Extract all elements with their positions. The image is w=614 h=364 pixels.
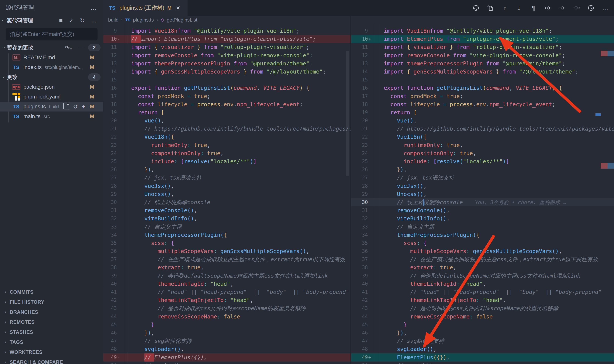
diff-line-right-47[interactable]: 47 // svg组件化支持 <box>351 337 614 345</box>
diff-line-right-43[interactable]: 43 // 是否对抽取的css文件内对应scopeName的权重类名移除 <box>351 304 614 312</box>
diff-line-left-45[interactable]: 45 } <box>103 321 351 329</box>
line-gutter[interactable]: 17 <box>103 92 131 100</box>
diff-line-left-11[interactable]: 11import { visualizer } from "rollup-plu… <box>103 43 351 51</box>
diff-line-left-29[interactable]: 29 Unocss(), <box>103 190 351 198</box>
line-gutter[interactable]: 41 <box>103 288 131 296</box>
sidebar-section-remotes[interactable]: ›REMOTES <box>0 317 103 327</box>
diff-line-left-14[interactable]: 14import { genScssMultipleScopeVars } fr… <box>103 68 351 76</box>
line-gutter[interactable]: 38 <box>103 263 131 272</box>
breadcrumb-file[interactable]: plugins.ts <box>133 17 154 23</box>
diff-line-left-37[interactable]: 37 // 在生产模式是否抽取独立的主题css文件，extract为true以下… <box>103 255 351 263</box>
breadcrumb-folder[interactable]: build <box>108 17 118 23</box>
line-gutter[interactable]: 44 <box>103 312 131 321</box>
diff-line-right-16[interactable]: 16export function getPluginsList(command… <box>351 84 614 92</box>
line-gutter[interactable]: 44 <box>351 312 384 321</box>
diff-line-left-30[interactable]: 30 // 线上环境删除console <box>103 198 351 206</box>
diff-line-right-46[interactable]: 46 }), <box>351 329 614 337</box>
line-gutter[interactable]: 20 <box>103 117 131 125</box>
diff-line-left-31[interactable]: 31 removeConsole(), <box>103 206 351 215</box>
diff-line-right-21[interactable]: 21 // https://github.com/intlify/bundle-… <box>351 125 614 133</box>
diff-line-right-10[interactable]: 10+import ElementPlus from "unplugin-ele… <box>351 35 614 43</box>
diff-line-left-35[interactable]: 35 scss: { <box>103 239 351 247</box>
diff-line-left-33[interactable]: 33 // 自定义主题 <box>103 223 351 231</box>
diff-line-right-12[interactable]: 12import removeConsole from "vite-plugin… <box>351 52 614 60</box>
line-gutter[interactable]: 30 <box>103 198 131 206</box>
line-gutter[interactable]: 34 <box>103 231 131 239</box>
line-gutter[interactable]: 33 <box>103 223 131 231</box>
sidebar-section-file-history[interactable]: ›FILE HISTORY <box>0 297 103 307</box>
line-gutter[interactable]: 12 <box>103 52 131 60</box>
sidebar-section-branches[interactable]: ›BRANCHES <box>0 307 103 317</box>
view-more-icon[interactable]: … <box>90 4 97 11</box>
line-gutter[interactable]: 22 <box>103 133 131 141</box>
line-gutter[interactable]: 50 <box>351 362 384 364</box>
diff-line-left-16[interactable]: 16export function getPluginsList(command… <box>103 84 351 92</box>
diff-line-left-25[interactable]: 25 include: [resolve("locales/**")] <box>103 157 351 166</box>
line-gutter[interactable]: 31 <box>103 206 131 215</box>
commit-check-icon[interactable]: ✓ <box>69 17 74 24</box>
line-gutter[interactable]: 14 <box>351 68 384 76</box>
diff-line-right-35[interactable]: 35 scss: { <box>351 239 614 247</box>
diff-line-right-18[interactable]: 18 const lifecycle = process.env.npm_lif… <box>351 100 614 108</box>
line-gutter[interactable]: 42 <box>351 296 384 304</box>
line-gutter[interactable]: 37 <box>103 255 131 263</box>
line-gutter[interactable]: 27 <box>351 174 384 182</box>
diff-line-left-34[interactable]: 34 themePreprocessorPlugin({ <box>103 231 351 239</box>
line-gutter[interactable]: 11 <box>103 43 131 51</box>
line-gutter[interactable]: 14 <box>103 68 131 76</box>
line-gutter[interactable]: 47 <box>351 337 384 345</box>
line-gutter[interactable]: 21 <box>103 125 131 133</box>
refresh-icon[interactable]: ↻ <box>80 17 85 24</box>
line-gutter[interactable]: 46 <box>351 329 384 337</box>
open-changes-with-next-icon[interactable] <box>573 4 580 12</box>
line-gutter[interactable]: 43 <box>351 304 384 312</box>
diff-line-right-39[interactable]: 39 // 会选取defaultScopeName对应的主题css文件在html… <box>351 272 614 280</box>
open-file-icon[interactable] <box>63 103 69 111</box>
diff-line-left-36[interactable]: 36 multipleScopeVars: genScssMultipleSco… <box>103 247 351 255</box>
diff-line-right-48[interactable]: 48 svgLoader(), <box>351 345 614 353</box>
diff-line-right-15[interactable]: 15 <box>351 76 614 84</box>
line-gutter[interactable]: 29 <box>351 190 384 198</box>
diff-line-left-18[interactable]: 18 const lifecycle = process.env.npm_lif… <box>103 100 351 108</box>
diff-line-right-50[interactable]: 50 // mock支持 <box>351 362 614 364</box>
line-gutter[interactable]: 9 <box>351 27 384 35</box>
scm-file-row-plugins.ts[interactable]: TSplugins.tsbuild↺+M <box>0 102 103 112</box>
line-gutter[interactable]: 30 <box>351 198 384 206</box>
line-gutter[interactable]: 20 <box>351 117 384 125</box>
line-gutter[interactable]: 32 <box>103 215 131 223</box>
whitespace-icon[interactable]: ¶ <box>530 4 537 12</box>
diff-line-right-32[interactable]: 32 viteBuildInfo(), <box>351 215 614 223</box>
line-gutter[interactable]: 10- <box>103 35 131 43</box>
scm-file-row-main.ts[interactable]: TSmain.tssrcM <box>0 112 103 121</box>
tab-plugins-ts-worktree[interactable]: TS plugins.ts (工作树) M × <box>103 0 187 16</box>
palette-icon[interactable] <box>472 4 480 12</box>
diff-line-right-49[interactable]: 49+ ElementPlus({}), <box>351 353 614 362</box>
line-gutter[interactable]: 45 <box>351 321 384 329</box>
line-gutter[interactable]: 50 <box>103 362 131 364</box>
line-gutter[interactable]: 13 <box>103 60 131 68</box>
line-gutter[interactable]: 12 <box>351 52 384 60</box>
line-gutter[interactable]: 9 <box>103 27 131 35</box>
line-gutter[interactable]: 26 <box>103 166 131 174</box>
diff-line-left-47[interactable]: 47 // svg组件化支持 <box>103 337 351 345</box>
scm-group-header[interactable]: ›更改4 <box>0 72 103 82</box>
scm-file-row-README.md[interactable]: M↓README.mdM <box>0 52 103 62</box>
sidebar-section-worktrees[interactable]: ›WORKTREES <box>0 347 103 357</box>
line-gutter[interactable]: 17 <box>351 92 384 100</box>
line-gutter[interactable]: 15 <box>351 76 384 84</box>
line-gutter[interactable]: 33 <box>351 223 384 231</box>
diff-line-left-50[interactable]: 50 // mock支持 <box>103 362 351 364</box>
line-gutter[interactable]: 42 <box>103 296 131 304</box>
diff-line-right-37[interactable]: 37 // 在生产模式是否抽取独立的主题css文件，extract为true以下… <box>351 255 614 263</box>
diff-line-right-19[interactable]: 19 return [ <box>351 108 614 117</box>
line-gutter[interactable]: 47 <box>103 337 131 345</box>
line-gutter[interactable]: 24 <box>103 149 131 157</box>
diff-line-left-40[interactable]: 40 themeLinkTagId: "head", <box>103 280 351 288</box>
diff-line-left-15[interactable]: 15 <box>103 76 351 84</box>
line-gutter[interactable]: 13 <box>351 60 384 68</box>
diff-line-left-21[interactable]: 21 // https://github.com/intlify/bundle-… <box>103 125 351 133</box>
open-changes-base-icon[interactable] <box>558 4 566 12</box>
line-gutter[interactable]: 35 <box>103 239 131 247</box>
sidebar-section-tags[interactable]: ›TAGS <box>0 337 103 347</box>
diff-pane-modified[interactable]: 9import VueI18nfrom "@intlify/vite-plugi… <box>351 24 614 364</box>
